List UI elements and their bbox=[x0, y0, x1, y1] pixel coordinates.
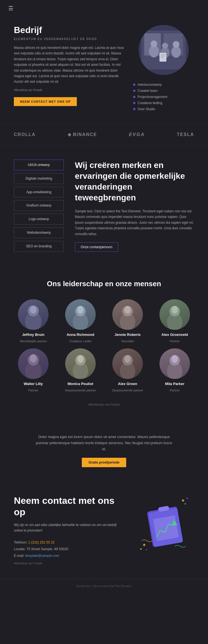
team-avatar-6 bbox=[112, 348, 143, 379]
team-member-0: Jeffrey Bruin Wereldwijde partner bbox=[11, 299, 55, 343]
service-tag-6[interactable]: SEO en branding bbox=[14, 241, 64, 252]
team-name-3: Alex Groenveld bbox=[161, 333, 188, 337]
logo-crolla: CROLLA bbox=[14, 132, 36, 137]
team-role-5: Geassocieerde partner bbox=[65, 389, 96, 392]
team-avatar-7 bbox=[159, 348, 190, 379]
phone-label: Telefoon: bbox=[14, 540, 28, 544]
hero-image bbox=[139, 25, 189, 75]
team-name-7: Mila Parker bbox=[165, 382, 184, 386]
team-member-3: Alex Groenveld Partner bbox=[153, 299, 197, 343]
team-role-1: Creatieve Leider bbox=[69, 339, 92, 343]
team-name-2: Jennie Roberts bbox=[115, 333, 141, 337]
team-role-7: Partner bbox=[170, 389, 180, 392]
contact-email-line: E-mail: template@sample.com bbox=[14, 552, 125, 559]
team-member-5: Monica Pouliot Geassocieerde partner bbox=[58, 348, 103, 392]
svg-point-31 bbox=[77, 355, 83, 363]
team-member-4: Walter Lilly Partner bbox=[11, 348, 55, 392]
contact-desc: Wij zijn er om aan elke zakelijke behoef… bbox=[14, 522, 125, 534]
svg-rect-10 bbox=[159, 53, 166, 62]
contact-illustration bbox=[133, 495, 194, 556]
cta-section: Dolor magna eget est lorem ipsum dolor s… bbox=[0, 420, 208, 481]
team-section-title: Ons leiderschap en onze mensen bbox=[11, 280, 197, 288]
logo-tesla: TESLA bbox=[177, 132, 194, 137]
svg-point-19 bbox=[77, 306, 83, 314]
team-role-6: Geassocieerde partner bbox=[112, 389, 143, 392]
contact-caption: Afbeelding van Freepik bbox=[14, 562, 125, 565]
svg-point-28 bbox=[30, 354, 37, 363]
team-member-1: Anna Richmond Creatieve Leider bbox=[58, 299, 103, 343]
binance-symbol: ◈ bbox=[68, 132, 72, 137]
hero-cta-button[interactable]: NEEM CONTACT MET ONS OP bbox=[14, 97, 77, 106]
location-value: 75 Street Sample, WI 63025 bbox=[26, 547, 68, 551]
svg-point-9 bbox=[173, 41, 179, 48]
team-avatar-0 bbox=[18, 299, 49, 330]
services-heading: Wij creëren merken en ervaringen die opm… bbox=[75, 160, 194, 203]
service-tag-0[interactable]: UI/UX-ontwerp bbox=[14, 160, 64, 170]
cta-body-text: Dolor magna eget est lorem ipsum dolor s… bbox=[35, 434, 173, 452]
hero-content: Bedrijf ELEMENTUM EU VERGEMAKKELIJKT DE … bbox=[14, 25, 125, 112]
svg-point-34 bbox=[125, 355, 131, 363]
svg-point-38 bbox=[182, 499, 184, 502]
services-tags: UI/UX-ontwerp Digitale marketing App-ont… bbox=[14, 160, 64, 252]
menu-icon[interactable]: ☰ bbox=[8, 5, 13, 12]
service-tag-4[interactable]: Logo-ontwerp bbox=[14, 214, 64, 225]
hero-image-caption: Afbeelding van Freepik bbox=[14, 89, 125, 92]
email-label: E-mail: bbox=[14, 554, 25, 558]
svg-point-46 bbox=[143, 544, 145, 546]
services-section: UI/UX-ontwerp Digitale marketing App-ont… bbox=[0, 146, 208, 266]
services-body-text: Sample text. Click to select the Text El… bbox=[75, 208, 194, 237]
team-name-0: Jeffrey Bruin bbox=[22, 333, 44, 337]
service-tag-1[interactable]: Digitale marketing bbox=[14, 173, 64, 184]
svg-point-8 bbox=[171, 46, 181, 58]
contact-section: Neem contact met ons op Wij zijn er om a… bbox=[0, 481, 208, 578]
nav-item-5[interactable]: Over Studio bbox=[133, 106, 194, 112]
svg-point-5 bbox=[151, 41, 157, 47]
service-tag-2[interactable]: App-ontwikkeling bbox=[14, 187, 64, 198]
services-cta-button[interactable]: Onze contactpersoon bbox=[75, 242, 118, 252]
svg-point-47 bbox=[140, 548, 142, 550]
services-content: Wij creëren merken en ervaringen die opm… bbox=[75, 160, 194, 252]
logo-evga: EVGA bbox=[129, 132, 145, 137]
team-role-3: Partner bbox=[170, 339, 180, 343]
team-avatar-2 bbox=[112, 299, 143, 330]
svg-point-16 bbox=[30, 306, 37, 314]
logos-section: CROLLA ◈ BINANCE EVGA TESLA bbox=[0, 123, 208, 146]
team-avatar-3 bbox=[159, 299, 190, 330]
contact-info: Telefoon: 1 (232) 252 55 22 Locatie: 75 … bbox=[14, 539, 125, 559]
team-caption: Afbeeldingen van Freepik bbox=[11, 403, 197, 406]
team-role-0: Wereldwijde partner bbox=[20, 339, 47, 343]
nav-item-4[interactable]: Creatieve leiding bbox=[133, 100, 194, 106]
footer: Sample text. Click to select the Text El… bbox=[0, 579, 208, 593]
header: ☰ bbox=[0, 0, 208, 17]
contact-phone-line: Telefoon: 1 (232) 252 55 22 bbox=[14, 539, 125, 546]
logo-binance: ◈ BINANCE bbox=[68, 132, 97, 137]
svg-point-37 bbox=[172, 355, 178, 363]
service-tag-5[interactable]: Websiteontwerp bbox=[14, 227, 64, 238]
cta-trial-button[interactable]: Gratis proefperiode bbox=[82, 458, 126, 467]
contact-svg-illustration bbox=[136, 495, 191, 556]
team-avatar-4 bbox=[18, 348, 49, 379]
team-avatar-5 bbox=[65, 348, 96, 379]
nav-item-1[interactable]: Interieurontwerp bbox=[133, 82, 194, 88]
phone-value: 1 (232) 252 55 22 bbox=[28, 540, 55, 544]
footer-text: Sample text. Click to select the Text El… bbox=[14, 585, 194, 588]
contact-title: Neem contact met ons op bbox=[14, 495, 125, 518]
location-label: Locatie: bbox=[14, 547, 26, 551]
team-role-2: Voorzitter bbox=[121, 339, 134, 343]
team-name-6: Alex Groen bbox=[118, 382, 137, 386]
binance-name: BINANCE bbox=[73, 132, 97, 137]
hero-visual: Interieurontwerp Creatief team Projectma… bbox=[133, 25, 194, 112]
team-avatar-1 bbox=[65, 299, 96, 330]
service-tag-3[interactable]: Grafisch ontwerp bbox=[14, 200, 64, 211]
nav-item-3[interactable]: Projectmanagement bbox=[133, 94, 194, 100]
svg-point-48 bbox=[146, 549, 147, 551]
team-member-7: Mila Parker Partner bbox=[153, 348, 197, 392]
team-name-4: Walter Lilly bbox=[24, 382, 43, 386]
team-name-1: Anna Richmond bbox=[67, 333, 94, 337]
team-member-6: Alex Groen Geassocieerde partner bbox=[105, 348, 150, 392]
hero-title: Bedrijf bbox=[14, 25, 125, 35]
nav-item-2[interactable]: Creatief team bbox=[133, 88, 194, 94]
team-role-4: Partner bbox=[28, 389, 38, 392]
svg-point-40 bbox=[185, 503, 186, 505]
svg-point-25 bbox=[172, 306, 178, 314]
